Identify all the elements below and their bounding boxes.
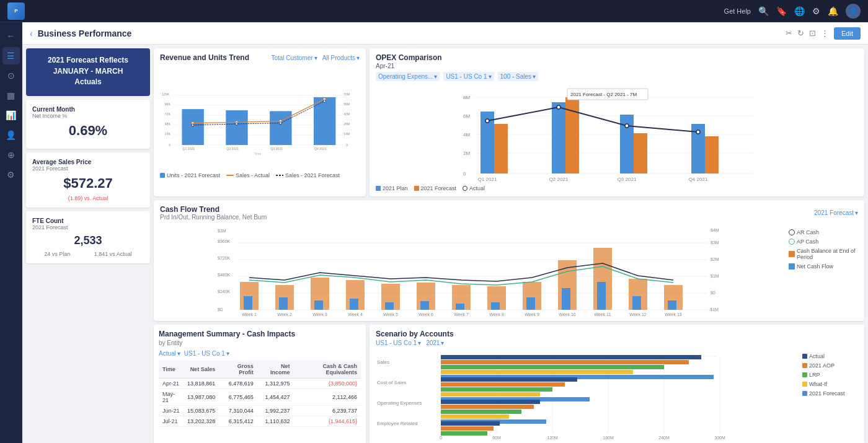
table-filter1[interactable]: Actual [159, 350, 180, 357]
svg-text:Q3 2021: Q3 2021 [618, 177, 637, 182]
sidebar-settings-icon[interactable]: ⚙ [2, 166, 20, 183]
svg-text:Cost of Sales: Cost of Sales [377, 380, 407, 385]
svg-rect-143 [441, 414, 509, 419]
sidebar-grid-icon[interactable]: ▦ [2, 87, 20, 104]
scenario-legend: Actual 2021 AOP LRP What-If [802, 350, 858, 440]
svg-text:$960K: $960K [218, 239, 231, 243]
opex-chart-card: OPEX Comparison Apr-21 Operating Expens.… [370, 48, 864, 196]
svg-rect-21 [314, 97, 335, 145]
svg-text:$720K: $720K [218, 256, 231, 260]
opex-sub: Apr-21 [376, 63, 442, 69]
svg-text:$0: $0 [218, 307, 223, 312]
svg-point-28 [280, 122, 282, 125]
page-title: Business Performance [38, 29, 132, 38]
opex-filter2[interactable]: US1 - US Co 1 [443, 72, 494, 81]
table-filter2[interactable]: US1 - US Co 1 [184, 350, 229, 357]
col-net-income: Net Income [257, 361, 294, 379]
svg-rect-135 [441, 377, 577, 382]
current-month-value: 0.69% [32, 123, 144, 139]
scenario-chart-card: Scenario by Accounts US1 - US Co 1 2021 … [370, 325, 864, 443]
cashflow-filter[interactable]: 2021 Forecast [814, 209, 858, 216]
top-navigation: P Get Help 🔍 🔖 🌐 ⚙ 🔔 👤 [0, 0, 868, 22]
scenario-title: Scenario by Accounts [376, 330, 858, 338]
get-help-label[interactable]: Get Help [724, 7, 751, 15]
current-month-sub: Net Income % [32, 113, 144, 119]
refresh-icon[interactable]: ↻ [797, 29, 804, 38]
legend-plan: 2021 Plan [376, 185, 408, 191]
bell-icon[interactable]: 🔔 [828, 6, 838, 16]
search-icon[interactable]: 🔍 [758, 6, 769, 16]
svg-text:Q2 2021: Q2 2021 [549, 177, 569, 182]
more-icon[interactable]: ⋮ [821, 29, 829, 38]
svg-text:Q1 2021: Q1 2021 [183, 147, 195, 151]
svg-text:Employee Related: Employee Related [377, 421, 417, 426]
sidebar-user-icon[interactable]: 👤 [2, 126, 20, 144]
banner-line2: JANUARY - MARCH [32, 67, 144, 77]
current-month-label: Current Month [32, 106, 144, 113]
svg-rect-95 [279, 297, 288, 310]
opex-filter1[interactable]: Operating Expens... [376, 72, 440, 81]
left-sidebar: ← ☰ ⊙ ▦ 📊 👤 ⊕ ⚙ [0, 22, 22, 443]
sidebar-target-icon[interactable]: ⊙ [2, 67, 20, 84]
svg-text:300M: 300M [714, 436, 725, 440]
table-filters: Actual US1 - US Co 1 [159, 350, 361, 357]
bookmark-icon[interactable]: 🔖 [776, 6, 787, 16]
avg-sales-compare: (1.89) vs. Actual [32, 195, 144, 201]
user-avatar[interactable]: 👤 [846, 4, 861, 19]
svg-rect-19 [226, 110, 247, 145]
revenue-filter2[interactable]: All Products [322, 55, 360, 61]
revenue-filter1[interactable]: Total Customer [271, 55, 317, 61]
revenue-chart-svg: 0 24K 48K 72K 96K 120K 0 14M 28M 42M 56M… [160, 64, 360, 170]
back-button[interactable]: ‹ [30, 29, 33, 38]
col-net-sales: Net Sales [184, 361, 219, 379]
cashflow-legend: AR Cash AP Cash Cash Balance at End of P… [784, 223, 858, 316]
banner-line3: Actuals [32, 77, 144, 87]
sidebar-dashboard-icon[interactable]: ☰ [2, 47, 20, 64]
current-month-card: Current Month Net Income % 0.69% [26, 100, 150, 149]
svg-rect-98 [385, 302, 394, 310]
svg-text:2021 Forecast - Q2 2021 - 7M: 2021 Forecast - Q2 2021 - 7M [570, 92, 637, 97]
legend-actual: Actual [463, 185, 485, 191]
svg-point-57 [625, 124, 629, 128]
globe-icon[interactable]: 🌐 [794, 6, 805, 16]
svg-text:180M: 180M [603, 436, 614, 440]
svg-text:0: 0 [169, 143, 170, 147]
legend-scenario-actual: Actual [802, 353, 858, 359]
fte-vs-actual: 1,841 vs Actual [94, 251, 132, 257]
opex-filter3[interactable]: 100 - Sales [498, 72, 539, 81]
table-row: Jul-21 13,202,328 6,315,412 1,110,632 (1… [159, 416, 361, 427]
svg-text:Time: Time [254, 152, 261, 156]
svg-text:96K: 96K [165, 102, 171, 106]
svg-rect-145 [441, 421, 500, 426]
sidebar-back-icon[interactable]: ← [2, 27, 20, 45]
svg-text:120K: 120K [162, 92, 170, 96]
cashflow-sub: Prd In/Out, Running Balance, Net Burn [160, 214, 267, 221]
svg-text:28M: 28M [343, 122, 350, 126]
scenario-filter1[interactable]: US1 - US Co 1 [376, 340, 421, 346]
svg-text:Q2 2021: Q2 2021 [226, 147, 239, 151]
svg-rect-147 [441, 431, 487, 436]
col-gross-profit: Gross Profit [219, 361, 257, 379]
svg-text:Operating Expenses: Operating Expenses [377, 400, 422, 406]
svg-text:$4M: $4M [711, 228, 719, 232]
management-table-card: Management Summary - Cash Impacts by Ent… [154, 325, 366, 443]
sidebar-chart-icon[interactable]: 📊 [2, 107, 20, 124]
svg-text:0: 0 [463, 171, 466, 177]
expand-icon[interactable]: ⊡ [809, 29, 816, 38]
edit-button[interactable]: Edit [834, 27, 861, 40]
legend-ap-cash: AP Cash [789, 239, 858, 245]
scenario-filter2[interactable]: 2021 [426, 340, 444, 346]
cashflow-chart-header: Cash Flow Trend Prd In/Out, Running Bala… [160, 205, 858, 221]
cut-icon[interactable]: ✂ [786, 29, 792, 38]
svg-rect-136 [441, 382, 565, 387]
settings-icon[interactable]: ⚙ [812, 6, 820, 16]
dashboard-grid: 2021 Forecast Reflects JANUARY - MARCH A… [22, 45, 868, 443]
legend-scenario-lrp: LRP [802, 372, 858, 378]
svg-text:$480K: $480K [218, 273, 231, 277]
fte-card: FTE Count 2021 Forecast 2,533 24 vs Plan… [26, 211, 150, 263]
legend-forecast: 2021 Forecast [414, 185, 457, 191]
legend-scenario-forecast: 2021 Forecast [802, 390, 858, 397]
svg-rect-138 [441, 392, 540, 397]
fte-label: FTE Count [32, 217, 144, 224]
sidebar-add-icon[interactable]: ⊕ [2, 146, 20, 164]
